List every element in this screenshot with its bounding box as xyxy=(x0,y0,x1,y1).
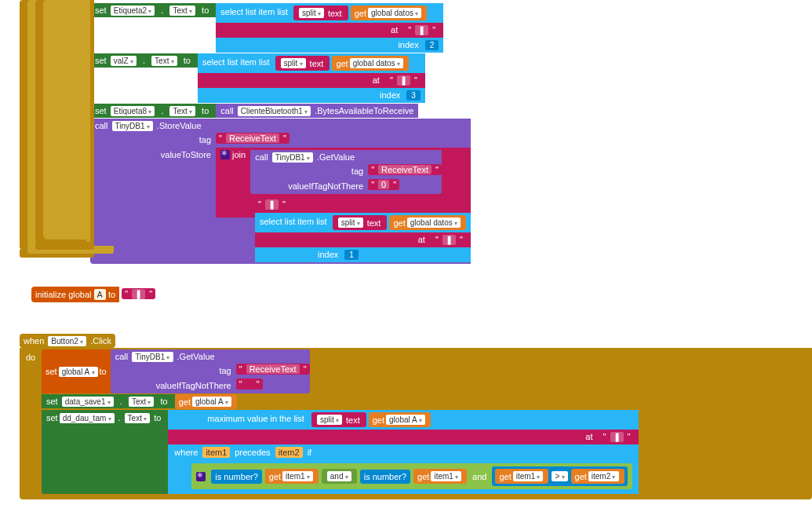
component-dropdown[interactable]: TinyDB1 xyxy=(112,121,153,131)
tag-value[interactable]: " ReceiveText " xyxy=(368,164,442,175)
call-tinydb-getvalue[interactable]: call TinyDB1 .GetValue xyxy=(250,150,442,164)
and-label: and xyxy=(470,472,489,481)
property-dropdown[interactable]: Text xyxy=(169,5,195,16)
call-bluetooth-block[interactable]: call ClienteBluetooth1 .BytesAvailableTo… xyxy=(216,104,418,118)
get-global-datos[interactable]: get global datos xyxy=(351,5,427,20)
property-dropdown[interactable]: Text xyxy=(129,397,155,407)
call-tinydb-storevalue[interactable]: call TinyDB1 .StoreValue tag " ReceiveTe… xyxy=(90,119,812,264)
tag-value[interactable]: " ReceiveText " xyxy=(236,364,310,375)
get-global-datos[interactable]: get global datos xyxy=(389,215,465,230)
and-block-outer[interactable]: is number? get item1 and is number? xyxy=(191,463,632,489)
item2-chip: item2 xyxy=(275,447,303,458)
string-literal[interactable]: " ❚ " xyxy=(600,431,634,442)
var-name[interactable]: A xyxy=(94,289,106,300)
split-block[interactable]: split text xyxy=(275,56,330,71)
set-global-a-row[interactable]: set global A to call TinyDB1 .GetValue t… xyxy=(42,349,639,393)
string-literal[interactable]: " ❚ " xyxy=(432,234,466,245)
initialize-global-block[interactable]: initialize global A to xyxy=(31,287,119,302)
component-dropdown[interactable]: valZ xyxy=(111,56,137,66)
select-list-item-block[interactable]: select list item list split text get glo… xyxy=(255,213,471,232)
get-item2[interactable]: get item2 xyxy=(571,469,624,484)
operator-dropdown[interactable]: > xyxy=(552,471,567,481)
var-dropdown[interactable]: global A xyxy=(59,367,98,377)
split-block[interactable]: split text xyxy=(293,5,348,20)
split-dropdown[interactable]: split xyxy=(299,8,324,18)
component-dropdown[interactable]: dd_dau_tam xyxy=(60,413,115,423)
compare-block[interactable]: get item1 > get item2 xyxy=(492,466,627,486)
index-value[interactable]: 1 xyxy=(344,250,359,260)
string-literal[interactable]: " ❚ " xyxy=(122,288,155,299)
component-dropdown[interactable]: data_save1 xyxy=(62,397,114,407)
valuetostore-label: valueToStore xyxy=(90,148,216,162)
and-label: and xyxy=(322,469,357,484)
index-value[interactable]: 2 xyxy=(425,40,439,50)
property-dropdown[interactable]: Text xyxy=(169,106,195,116)
default-value[interactable]: " " xyxy=(236,379,263,389)
get-item1[interactable]: get item1 xyxy=(495,469,548,484)
index-label: index xyxy=(398,40,418,50)
get-global-a[interactable]: get global A xyxy=(175,394,237,409)
gear-icon[interactable] xyxy=(220,150,230,159)
item1-chip: item1 xyxy=(202,447,230,458)
var-dropdown[interactable]: global datos xyxy=(368,8,421,18)
component-dropdown[interactable]: Etiqueta8 xyxy=(111,106,155,116)
select-list-item-block[interactable]: select list item list split text get glo… xyxy=(198,53,425,73)
set-datasave-row[interactable]: set data_save1 . Text to get global A xyxy=(42,394,639,409)
string-literal[interactable]: " ❚ " xyxy=(255,199,289,210)
get-global-datos[interactable]: get global datos xyxy=(332,56,408,71)
when-button2-click[interactable]: when Button2 .Click xyxy=(20,334,115,348)
split-block[interactable]: split text xyxy=(333,215,388,230)
to-label: to xyxy=(199,5,211,15)
get-global-a[interactable]: get global A xyxy=(369,412,431,427)
set-etiqueta8-row[interactable]: set Etiqueta8 . Text to call ClienteBlue… xyxy=(90,104,812,118)
join-block[interactable]: join call TinyDB1 .GetValue tag xyxy=(216,148,471,196)
get-item1[interactable]: get item1 xyxy=(265,469,319,484)
component-dropdown[interactable]: Etiqueta2 xyxy=(111,5,155,16)
call-tinydb-getvalue[interactable]: call TinyDB1 .GetValue xyxy=(111,349,310,364)
property-dropdown[interactable]: Text xyxy=(125,413,151,423)
set-label: set xyxy=(95,5,107,15)
string-literal[interactable]: " ❚ " xyxy=(405,24,439,35)
get-item1[interactable]: get item1 xyxy=(413,469,467,484)
tag-value[interactable]: " ReceiveText " xyxy=(216,133,289,144)
at-label: at xyxy=(391,25,398,35)
get-label: get xyxy=(355,9,366,18)
select-list-item-block[interactable]: select list item list split text get glo… xyxy=(216,3,443,23)
gear-icon[interactable] xyxy=(196,472,206,481)
is-number-block[interactable]: is number? xyxy=(360,470,410,484)
select-list-label: select list item list xyxy=(220,7,288,16)
component-dropdown[interactable]: Button2 xyxy=(48,336,86,346)
default-value[interactable]: " 0 " xyxy=(368,179,399,190)
is-number-block[interactable]: is number? xyxy=(211,470,261,484)
index-value[interactable]: 3 xyxy=(406,90,421,101)
set-valz-row[interactable]: set valZ . Text to select list item list… xyxy=(90,53,812,103)
component-dropdown[interactable]: ClienteBluetooth1 xyxy=(238,106,311,116)
tag-label: tag xyxy=(90,133,216,147)
do-label: do xyxy=(26,349,42,495)
set-etiqueta2-row[interactable]: set Etiqueta2 . Text to select list item… xyxy=(90,3,812,53)
text-label: text xyxy=(326,9,344,18)
split-block[interactable]: split text xyxy=(311,412,366,427)
max-value-block[interactable]: maximum value in the list split text get… xyxy=(168,410,638,430)
set-dddautam-row[interactable]: set dd_dau_tam . Text to maximum value i… xyxy=(42,410,639,494)
property-dropdown[interactable]: Text xyxy=(151,56,177,66)
string-literal[interactable]: " ❚ " xyxy=(387,75,421,86)
